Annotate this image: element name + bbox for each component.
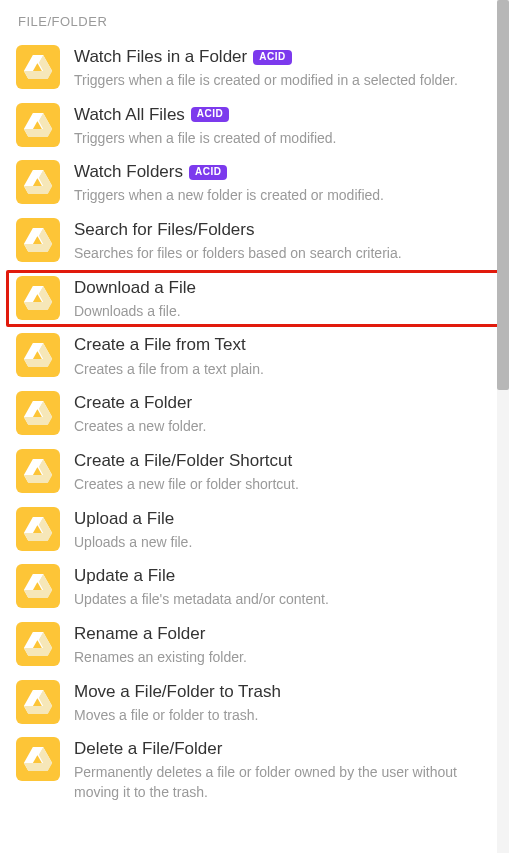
- module-title-line: Rename a Folder: [74, 622, 493, 645]
- module-title: Update a File: [74, 565, 175, 587]
- module-item[interactable]: Rename a FolderRenames an existing folde…: [6, 616, 503, 674]
- module-text: Watch Files in a FolderACIDTriggers when…: [74, 45, 493, 91]
- svg-marker-48: [24, 590, 52, 598]
- module-item[interactable]: Search for Files/FoldersSearches for fil…: [6, 212, 503, 270]
- module-text: Update a FileUpdates a file's metadata a…: [74, 564, 493, 610]
- module-text: Download a FileDownloads a file.: [74, 276, 493, 322]
- module-item[interactable]: Watch All FilesACIDTriggers when a file …: [6, 97, 503, 155]
- module-desc: Downloads a file.: [74, 302, 493, 322]
- module-desc: Creates a new folder.: [74, 417, 493, 437]
- module-title-line: Move a File/Folder to Trash: [74, 680, 493, 703]
- module-title-line: Create a Folder: [74, 391, 493, 414]
- module-icon: [16, 218, 60, 262]
- module-item[interactable]: Download a FileDownloads a file.: [6, 270, 503, 328]
- module-desc: Renames an existing folder.: [74, 648, 493, 668]
- svg-marker-58: [24, 705, 52, 713]
- google-drive-icon: [23, 572, 53, 600]
- module-desc: Searches for files or folders based on s…: [74, 244, 493, 264]
- svg-marker-28: [24, 359, 52, 367]
- module-item[interactable]: Watch FoldersACIDTriggers when a new fol…: [6, 154, 503, 212]
- module-desc: Triggers when a file is created of modif…: [74, 129, 493, 149]
- google-drive-icon: [23, 111, 53, 139]
- module-text: Search for Files/FoldersSearches for fil…: [74, 218, 493, 264]
- module-title-line: Delete a File/Folder: [74, 737, 493, 760]
- module-title: Create a File from Text: [74, 334, 246, 356]
- module-item[interactable]: Upload a FileUploads a new file.: [6, 501, 503, 559]
- svg-marker-43: [24, 532, 52, 540]
- module-title-line: Watch Files in a FolderACID: [74, 45, 493, 68]
- module-text: Rename a FolderRenames an existing folde…: [74, 622, 493, 668]
- module-title: Upload a File: [74, 508, 174, 530]
- module-item[interactable]: Delete a File/FolderPermanently deletes …: [6, 731, 503, 808]
- acid-badge: ACID: [191, 107, 229, 122]
- module-title-line: Download a File: [74, 276, 493, 299]
- scrollbar-thumb[interactable]: [497, 0, 509, 390]
- module-text: Move a File/Folder to TrashMoves a file …: [74, 680, 493, 726]
- module-text: Watch All FilesACIDTriggers when a file …: [74, 103, 493, 149]
- svg-marker-53: [24, 648, 52, 656]
- module-item[interactable]: Create a File/Folder ShortcutCreates a n…: [6, 443, 503, 501]
- svg-marker-33: [24, 417, 52, 425]
- module-title: Watch All Files: [74, 104, 185, 126]
- module-icon: [16, 103, 60, 147]
- module-icon: [16, 276, 60, 320]
- module-desc: Creates a file from a text plain.: [74, 360, 493, 380]
- google-drive-icon: [23, 341, 53, 369]
- module-text: Create a FolderCreates a new folder.: [74, 391, 493, 437]
- module-icon: [16, 449, 60, 493]
- section-header: FILE/FOLDER: [0, 0, 509, 39]
- module-item[interactable]: Create a FolderCreates a new folder.: [6, 385, 503, 443]
- module-title: Create a Folder: [74, 392, 192, 414]
- module-icon: [16, 564, 60, 608]
- module-icon: [16, 45, 60, 89]
- svg-marker-18: [24, 244, 52, 252]
- svg-marker-3: [24, 71, 52, 79]
- module-title: Search for Files/Folders: [74, 219, 254, 241]
- module-title: Create a File/Folder Shortcut: [74, 450, 292, 472]
- module-icon: [16, 333, 60, 377]
- module-text: Watch FoldersACIDTriggers when a new fol…: [74, 160, 493, 206]
- module-item[interactable]: Create a File from TextCreates a file fr…: [6, 327, 503, 385]
- module-text: Upload a FileUploads a new file.: [74, 507, 493, 553]
- module-title-line: Update a File: [74, 564, 493, 587]
- module-title-line: Create a File from Text: [74, 333, 493, 356]
- google-drive-icon: [23, 399, 53, 427]
- module-title-line: Watch FoldersACID: [74, 160, 493, 183]
- module-desc: Updates a file's metadata and/or content…: [74, 590, 493, 610]
- module-title-line: Search for Files/Folders: [74, 218, 493, 241]
- module-title-line: Upload a File: [74, 507, 493, 530]
- module-title: Download a File: [74, 277, 196, 299]
- svg-marker-8: [24, 129, 52, 137]
- module-text: Delete a File/FolderPermanently deletes …: [74, 737, 493, 802]
- module-icon: [16, 391, 60, 435]
- module-desc: Permanently deletes a file or folder own…: [74, 763, 493, 802]
- module-desc: Creates a new file or folder shortcut.: [74, 475, 493, 495]
- module-text: Create a File/Folder ShortcutCreates a n…: [74, 449, 493, 495]
- google-drive-icon: [23, 457, 53, 485]
- svg-marker-38: [24, 475, 52, 483]
- google-drive-icon: [23, 688, 53, 716]
- acid-badge: ACID: [189, 165, 227, 180]
- google-drive-icon: [23, 168, 53, 196]
- module-title: Watch Files in a Folder: [74, 46, 247, 68]
- module-icon: [16, 737, 60, 781]
- module-icon: [16, 622, 60, 666]
- module-picker-panel: FILE/FOLDER Watch Files in a FolderACIDT…: [0, 0, 509, 853]
- module-item[interactable]: Update a FileUpdates a file's metadata a…: [6, 558, 503, 616]
- module-icon: [16, 160, 60, 204]
- svg-marker-23: [24, 302, 52, 310]
- module-text: Create a File from TextCreates a file fr…: [74, 333, 493, 379]
- module-title: Rename a Folder: [74, 623, 205, 645]
- module-icon: [16, 680, 60, 724]
- module-list: Watch Files in a FolderACIDTriggers when…: [0, 39, 509, 815]
- module-title-line: Watch All FilesACID: [74, 103, 493, 126]
- module-desc: Triggers when a new folder is created or…: [74, 186, 493, 206]
- module-item[interactable]: Move a File/Folder to TrashMoves a file …: [6, 674, 503, 732]
- module-item[interactable]: Watch Files in a FolderACIDTriggers when…: [6, 39, 503, 97]
- module-icon: [16, 507, 60, 551]
- google-drive-icon: [23, 284, 53, 312]
- google-drive-icon: [23, 226, 53, 254]
- module-title: Delete a File/Folder: [74, 738, 222, 760]
- svg-marker-63: [24, 763, 52, 771]
- acid-badge: ACID: [253, 50, 291, 65]
